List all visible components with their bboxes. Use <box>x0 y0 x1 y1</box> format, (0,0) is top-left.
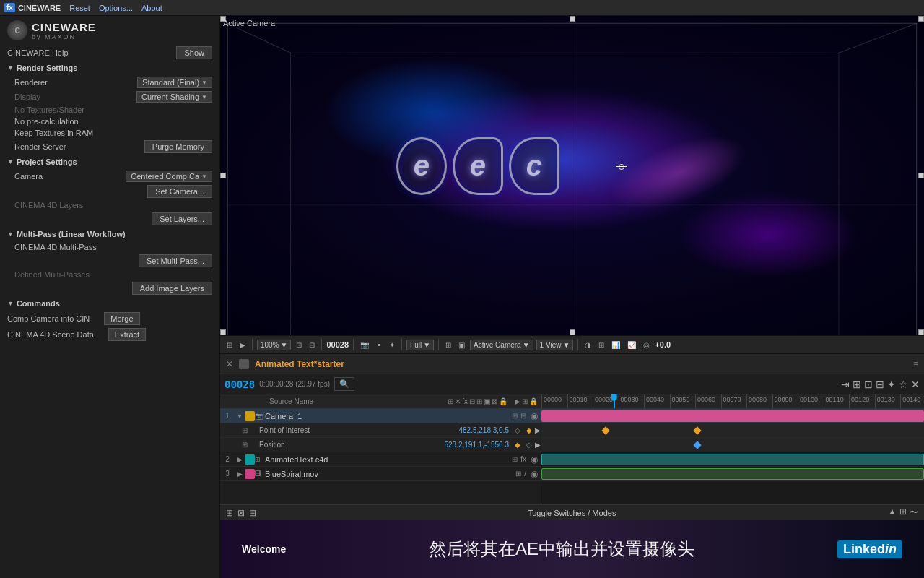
timeline-menu-icon[interactable]: ≡ <box>913 359 918 369</box>
menu-reset[interactable]: Reset <box>69 4 90 12</box>
add-image-layers-button[interactable]: Add Image Layers <box>132 282 212 295</box>
comp-camera-label[interactable]: Comp Camera into CIN <box>7 314 90 323</box>
set-multipass-row: Set Multi-Pass... <box>0 253 219 269</box>
multipass-header[interactable]: ▼ Multi-Pass (Linear Workflow) <box>0 227 219 241</box>
vt-sep-5 <box>438 339 439 350</box>
playhead-line[interactable] <box>614 394 615 408</box>
track-av-2[interactable]: ◉ <box>528 454 541 465</box>
vt-fit-btn[interactable]: ⊡ <box>294 341 304 349</box>
timeline-section: ✕ Animated Text*starter ≡ 00028 0:00:00:… <box>220 354 924 520</box>
merge-button[interactable]: Merge <box>104 312 139 325</box>
vt-safe-margin-btn[interactable]: ⊟ <box>307 341 317 349</box>
vt-grid-btn[interactable]: ⊞ <box>443 341 453 349</box>
track-row-1-sub-2[interactable]: ⊞ Position 523.2,191.1,-1556.3 ◆ ◇ ▶ <box>220 438 541 452</box>
pos-arrow[interactable]: ▶ <box>535 441 541 449</box>
camera-dropdown[interactable]: Centered Comp Ca ▼ <box>126 171 212 182</box>
ctrl-icon-6[interactable]: ☆ <box>899 379 908 390</box>
renderer-dropdown[interactable]: Standard (Final) ▼ <box>137 77 212 88</box>
track-expand-2[interactable]: ▶ <box>235 456 245 463</box>
timeline-track-bar-2[interactable] <box>541 452 924 467</box>
comp-indicator <box>239 359 249 369</box>
tb-icon-1[interactable]: ⊞ <box>226 508 233 518</box>
zoom-dropdown[interactable]: 100% ▼ <box>257 340 291 350</box>
track-row-2[interactable]: 2 ▶ ⊞ AnimatedText.c4d ⊞ fx ◉ <box>220 452 541 467</box>
ctrl-icon-4[interactable]: ⊟ <box>876 379 884 390</box>
ctrl-icon-7[interactable]: ✕ <box>911 379 920 390</box>
pos-diamond-grey: ◇ <box>526 441 532 449</box>
vt-chart-btn[interactable]: 📊 <box>609 341 622 349</box>
set-layers-button[interactable]: Set Layers... <box>152 212 212 225</box>
tb-icon-wave[interactable]: ⊞ <box>899 506 907 519</box>
cursor-cross <box>614 160 629 174</box>
track-row-3[interactable]: 3 ▶ 🎞 BlueSpiral.mov ⊞ / ◉ <box>220 467 541 481</box>
viewport[interactable]: Active Camera <box>220 16 924 335</box>
icon-motion: ⊞ <box>476 397 482 405</box>
cinema4d-scene-label[interactable]: CINEMA 4D Scene Data <box>7 330 94 339</box>
purge-memory-button[interactable]: Purge Memory <box>144 140 212 153</box>
set-multipass-button[interactable]: Set Multi-Pass... <box>139 254 212 267</box>
vt-3d-btn[interactable]: ▣ <box>456 341 467 349</box>
timeline-track-bar-1[interactable] <box>541 409 924 423</box>
sub-track-icon-pos: ⊞ <box>242 441 248 449</box>
quality-dropdown[interactable]: Full ▼ <box>406 340 434 350</box>
track-expand-3[interactable]: ▶ <box>235 470 245 478</box>
menu-options[interactable]: Options... <box>99 4 133 12</box>
timeline-close-btn[interactable]: ✕ <box>226 359 233 369</box>
ctrl-icon-5[interactable]: ✦ <box>887 379 896 390</box>
vt-view-mode-btn[interactable]: ⊞ <box>225 341 235 349</box>
multipass-label: Multi-Pass (Linear Workflow) <box>17 230 126 238</box>
tb-icon-wave2[interactable]: 〜 <box>910 506 918 519</box>
display-dropdown[interactable]: Current Shading ▼ <box>136 91 212 103</box>
tb-icon-3[interactable]: ⊟ <box>249 508 256 518</box>
show-button[interactable]: Show <box>176 46 212 59</box>
search-button[interactable]: 🔍 <box>334 377 354 391</box>
project-settings-header[interactable]: ▼ Project Settings <box>0 155 219 169</box>
timeline-track-bar-3[interactable] <box>541 467 924 481</box>
subtitle-bar: Welcome 然后将其在AE中输出并设置摄像头 Linkedin <box>220 520 924 578</box>
icon-effects: fx <box>462 397 468 405</box>
cinema4d-layers-row: CINEMA 4D Layers <box>0 199 219 211</box>
bar-blue-spiral <box>541 468 924 480</box>
ctrl-icon-3[interactable]: ⊡ <box>864 379 873 390</box>
track-av-3[interactable]: ◉ <box>528 469 541 479</box>
menu-about[interactable]: About <box>141 4 162 12</box>
track-row-1-sub-1[interactable]: ⊞ Point of Interest 482.5,218.3,0.5 ◇ ◆ … <box>220 423 541 438</box>
camera-view-value: Active Camera <box>474 341 521 349</box>
icon-switches: ⊞ <box>448 397 453 405</box>
multipass-triangle: ▼ <box>7 230 14 238</box>
tb-arrow-up[interactable]: ▲ <box>888 506 897 519</box>
camera-view-dropdown[interactable]: Active Camera ▼ <box>470 340 533 350</box>
tb-icon-2[interactable]: ⊠ <box>237 508 245 518</box>
render-server-row: Render Server Purge Memory <box>0 139 219 155</box>
cineware-sub: by MAXON <box>32 33 96 40</box>
renderer-row: Renderer Standard (Final) ▼ <box>0 75 219 90</box>
view-count-dropdown[interactable]: 1 View ▼ <box>536 340 574 350</box>
track-av-1[interactable]: ◉ <box>528 411 541 421</box>
toggle-switches-label[interactable]: Toggle Switches / Modes <box>261 509 884 517</box>
vt-snapshot-btn[interactable]: 📷 <box>358 341 371 349</box>
handle-top-right <box>918 16 924 22</box>
vt-render-btn[interactable]: ▶ <box>237 341 248 349</box>
vt-star-btn[interactable]: ✦ <box>387 341 397 349</box>
vt-exposure-btn[interactable]: ◑ <box>583 341 593 349</box>
poi-diamond-grey: ◇ <box>515 426 520 434</box>
poi-arrow[interactable]: ▶ <box>535 426 541 434</box>
extract-button[interactable]: Extract <box>108 328 146 341</box>
vt-stats-btn[interactable]: 📈 <box>625 341 638 349</box>
track-expand-1[interactable]: ▼ <box>235 413 245 420</box>
vt-circle-btn[interactable]: ◎ <box>641 341 652 349</box>
ctrl-icon-1[interactable]: ⇥ <box>841 379 850 390</box>
layer-color-1 <box>245 411 255 421</box>
defined-multipasses-label: Defined Multi-Passes <box>14 270 90 279</box>
set-camera-button[interactable]: Set Camera... <box>147 185 212 198</box>
commands-header[interactable]: ▼ Commands <box>0 296 219 311</box>
app-logo: fx CINEWARE <box>4 3 61 12</box>
ctrl-icon-2[interactable]: ⊞ <box>853 379 861 390</box>
vt-link-btn[interactable]: ⚬ <box>374 341 384 349</box>
icon-av-1: ▶ <box>515 397 520 405</box>
vt-bar-btn[interactable]: ⊞ <box>596 341 606 349</box>
letters-container: e e c <box>396 137 559 195</box>
track-row-1[interactable]: 1 ▼ 📷 Camera_1 ⊞ ⊟ ◉ <box>220 409 541 423</box>
track-num-3: 3 <box>220 470 235 478</box>
render-settings-header[interactable]: ▼ Render Settings <box>0 61 219 75</box>
